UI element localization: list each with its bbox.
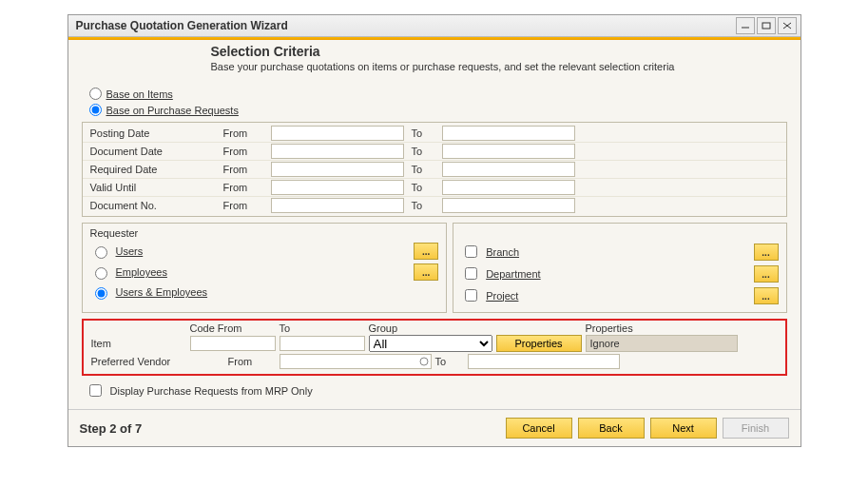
step-indicator: Step 2 of 7 [80, 421, 143, 436]
close-button[interactable] [778, 17, 797, 34]
department-checkbox[interactable] [465, 267, 477, 280]
department-picker[interactable]: ... [754, 265, 779, 283]
users-picker[interactable]: ... [414, 243, 438, 260]
finish-button: Finish [723, 418, 789, 439]
requester-employees-radio[interactable] [95, 267, 107, 280]
branch-picker[interactable]: ... [754, 244, 779, 261]
svg-point-4 [420, 358, 428, 365]
document-no-to-input[interactable] [442, 198, 575, 213]
mid-panels: Requester Users ... Employees ... Users … [82, 223, 787, 313]
close-icon [782, 22, 792, 29]
properties-status: Ignore [586, 335, 738, 352]
row-valid-until: Valid Until From To [83, 179, 786, 197]
base-on-items-text: Base on Items [106, 88, 173, 100]
posting-date-to-input[interactable] [442, 126, 575, 141]
page-title: Selection Criteria [211, 44, 781, 59]
project-checkbox[interactable] [465, 289, 477, 302]
to-label: To [404, 200, 442, 211]
row-required-date: Required Date From To [83, 161, 786, 179]
requester-both-label: Users & Employees [116, 286, 439, 298]
item-row: Item All Properties Ignore [87, 334, 781, 353]
mrp-label: Display Purchase Requests from MRP Only [110, 385, 313, 397]
valid-until-from-input[interactable] [271, 180, 404, 195]
item-code-from-input[interactable] [190, 336, 276, 351]
project-label: Project [486, 290, 747, 302]
base-on-requests-row[interactable]: Base on Purchase Requests [82, 102, 787, 118]
vendor-from-input[interactable] [280, 354, 432, 369]
vendor-label: Preferred Vendor [91, 356, 224, 367]
hdr-to: To [280, 322, 365, 334]
base-on-items-radio[interactable] [89, 88, 102, 100]
vendor-to-input[interactable] [468, 354, 620, 369]
cancel-button[interactable]: Cancel [506, 418, 572, 439]
to-label: To [404, 127, 442, 139]
branch-row[interactable]: Branch ... [461, 241, 778, 263]
page-subtitle: Base your purchase quotations on items o… [211, 61, 705, 72]
dimensions-panel: Branch ... Department ... Project ... [453, 223, 786, 313]
requester-users-radio[interactable] [95, 246, 107, 259]
to-label: To [404, 146, 442, 157]
valid-until-to-input[interactable] [442, 180, 575, 195]
vendor-from-wrap [280, 354, 432, 369]
titlebar: Purchase Quotation Generation Wizard [68, 15, 800, 37]
svg-rect-1 [762, 23, 770, 29]
mrp-checkbox[interactable] [89, 384, 102, 397]
properties-button[interactable]: Properties [496, 335, 582, 352]
from-label: From [223, 146, 271, 157]
maximize-icon [762, 22, 771, 29]
item-vendor-panel: Code From To Group Properties Item All P… [82, 319, 787, 376]
item-label: Item [91, 338, 186, 349]
document-date-from-input[interactable] [271, 144, 404, 159]
branch-checkbox[interactable] [465, 245, 477, 258]
required-date-from-input[interactable] [271, 162, 404, 177]
footer: Step 2 of 7 Cancel Back Next Finish [68, 409, 800, 446]
department-row[interactable]: Department ... [461, 263, 778, 284]
label-posting-date: Posting Date [90, 127, 223, 139]
item-group-select[interactable]: All [369, 335, 492, 352]
content-area: Base on Items Base on Purchase Requests … [68, 82, 800, 409]
hdr-properties: Properties [586, 322, 738, 334]
minimize-icon [741, 22, 750, 29]
label-document-date: Document Date [90, 146, 223, 157]
back-button[interactable]: Back [578, 418, 645, 439]
requester-employees-row[interactable]: Employees ... [90, 262, 439, 283]
window-title: Purchase Quotation Generation Wizard [72, 19, 288, 32]
hdr-group: Group [369, 322, 492, 334]
required-date-to-input[interactable] [442, 162, 575, 177]
label-required-date: Required Date [90, 164, 223, 175]
header-section: Selection Criteria Base your purchase qu… [68, 40, 800, 82]
maximize-button[interactable] [757, 17, 776, 34]
requester-users-row[interactable]: Users ... [90, 241, 439, 262]
item-header-row: Code From To Group Properties [87, 322, 781, 334]
from-label: From [223, 127, 271, 139]
choose-icon[interactable] [418, 356, 430, 369]
base-on-items-label: Base on Items [106, 88, 173, 100]
mrp-row[interactable]: Display Purchase Requests from MRP Only [82, 376, 787, 403]
base-on-requests-text: Base on Purchase Requests [106, 105, 239, 116]
footer-buttons: Cancel Back Next Finish [506, 418, 789, 439]
item-code-to-input[interactable] [280, 336, 365, 351]
requester-both-radio[interactable] [95, 287, 107, 300]
employees-picker[interactable]: ... [414, 264, 438, 281]
from-label: From [223, 200, 271, 211]
posting-date-from-input[interactable] [271, 126, 404, 141]
next-button[interactable]: Next [650, 418, 717, 439]
document-date-to-input[interactable] [442, 144, 575, 159]
requester-panel: Requester Users ... Employees ... Users … [82, 223, 448, 313]
minimize-button[interactable] [736, 17, 755, 34]
branch-label: Branch [486, 246, 747, 258]
from-label: From [223, 164, 271, 175]
label-valid-until: Valid Until [90, 182, 223, 193]
wizard-window: Purchase Quotation Generation Wizard Sel… [68, 14, 801, 447]
base-on-requests-radio[interactable] [89, 104, 102, 116]
to-label: To [404, 182, 442, 193]
requester-title: Requester [90, 227, 439, 239]
base-on-items-row[interactable]: Base on Items [82, 86, 787, 102]
to-label: To [404, 164, 442, 175]
requester-both-row[interactable]: Users & Employees [90, 283, 439, 302]
project-row[interactable]: Project ... [461, 284, 778, 306]
project-picker[interactable]: ... [754, 287, 779, 304]
vendor-row: Preferred Vendor From To [87, 353, 781, 370]
document-no-from-input[interactable] [271, 198, 404, 213]
requester-users-label: Users [116, 245, 409, 257]
